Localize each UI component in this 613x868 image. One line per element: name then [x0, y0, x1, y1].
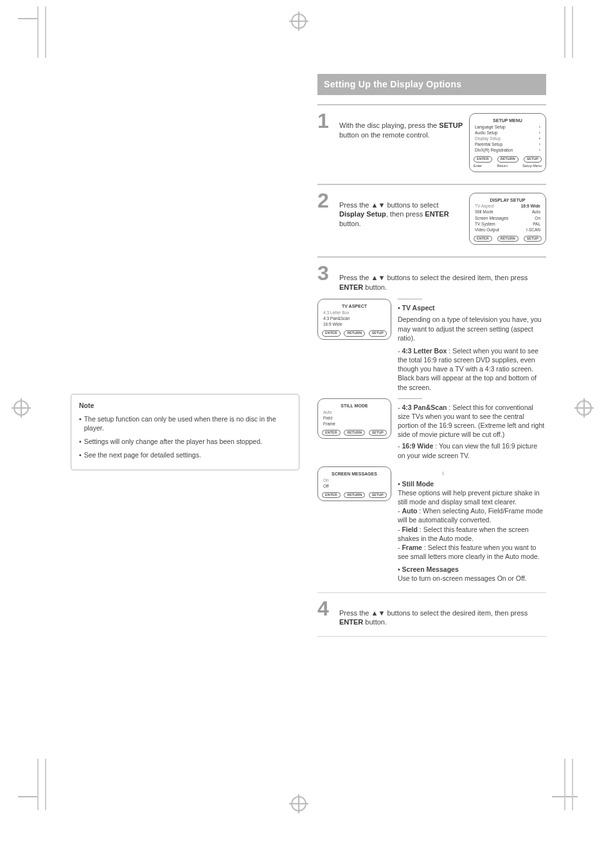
- registration-mark-left: [12, 398, 31, 418]
- step-3: 3 Press the ▲▼ buttons to select the des…: [317, 263, 546, 583]
- step-4-number: 4: [317, 598, 334, 619]
- step-3-number: 3: [317, 263, 334, 283]
- osd-setup-button: SETUP: [369, 430, 387, 436]
- spine-mark-top-right: [564, 6, 573, 58]
- step-1-number: 1: [317, 111, 334, 131]
- right-column: Setting Up the Display Options SETUP MEN…: [317, 74, 546, 642]
- osd-enter-button: ENTER: [474, 156, 492, 163]
- note-item-2: Settings will only change after the play…: [79, 437, 291, 447]
- step-4: 4 Press the ▲▼ buttons to select the des…: [317, 598, 546, 628]
- detail-still-mode: STILL MODE Auto Field Frame ENTER RETURN…: [317, 398, 546, 460]
- detail-tv-aspect: TV ASPECT 4:3 Letter Box 4:3 Pan&Scan 16…: [317, 299, 546, 392]
- osd-enter-button: ENTER: [322, 430, 341, 436]
- registration-mark-right: [574, 398, 594, 418]
- osd-screen-messages: SCREEN MESSAGES On Off ENTER RETURN SETU…: [317, 466, 391, 502]
- step-2-number: 2: [317, 190, 334, 211]
- osd-tv-aspect: TV ASPECT 4:3 Letter Box 4:3 Pan&Scan 16…: [317, 299, 391, 340]
- content-columns: Note The setup function can only be used…: [71, 74, 546, 642]
- step-2-text: Press the ▲▼ buttons to select Display S…: [339, 198, 463, 229]
- osd-display-setup: DISPLAY SETUP TV Aspect16:9 Wide Still M…: [469, 193, 546, 245]
- spine-mark-bottom-right: [564, 759, 573, 810]
- osd-return-button: RETURN: [497, 156, 519, 163]
- osd-return-button: RETURN: [344, 430, 365, 436]
- arrow-up-down-icon: ▲▼: [371, 608, 386, 618]
- osd-setup-button: SETUP: [524, 156, 542, 163]
- spine-mark-bottom-left: [37, 759, 46, 810]
- step-4-text: Press the ▲▼ buttons to select the desir…: [339, 606, 546, 628]
- detail-screen-messages: SCREEN MESSAGES On Off ENTER RETURN SETU…: [317, 466, 546, 583]
- registration-mark-top: [289, 12, 308, 31]
- step-2: DISPLAY SETUP TV Aspect16:9 Wide Still M…: [317, 190, 546, 248]
- osd-enter-button: ENTER: [322, 330, 341, 337]
- arrow-up-down-icon: ▲▼: [371, 273, 386, 283]
- note-item-1: The setup function can only be used when…: [79, 414, 291, 433]
- osd-enter-button: ENTER: [322, 492, 341, 499]
- left-column: Note The setup function can only be used…: [71, 74, 299, 642]
- osd-setup-button: SETUP: [369, 330, 387, 337]
- arrow-up-down-icon: ▲▼: [371, 200, 386, 210]
- spine-mark-top-left: [37, 6, 46, 58]
- step-1-text: With the disc playing, press the SETUP b…: [339, 118, 463, 140]
- osd-setup-button: SETUP: [369, 492, 387, 499]
- step-1: SETUP MENU Language Setup› Audio Setup› …: [317, 111, 546, 175]
- osd-return-button: RETURN: [344, 492, 365, 499]
- step-3-text: Press the ▲▼ buttons to select the desir…: [339, 270, 546, 292]
- osd-return-button: RETURN: [497, 236, 519, 242]
- osd-return-button: RETURN: [344, 330, 365, 337]
- page: Note The setup function can only be used…: [0, 0, 613, 868]
- note-title: Note: [79, 401, 291, 411]
- osd-setup-button: SETUP: [524, 236, 542, 242]
- registration-mark-bottom: [289, 794, 308, 813]
- osd-setup-menu: SETUP MENU Language Setup› Audio Setup› …: [469, 113, 546, 172]
- section-heading: Setting Up the Display Options: [317, 74, 546, 95]
- note-box: Note The setup function can only be used…: [71, 394, 299, 470]
- osd-enter-button: ENTER: [474, 236, 492, 242]
- note-item-3: See the next page for detailed settings.: [79, 450, 291, 460]
- osd-still-mode: STILL MODE Auto Field Frame ENTER RETURN…: [317, 398, 391, 439]
